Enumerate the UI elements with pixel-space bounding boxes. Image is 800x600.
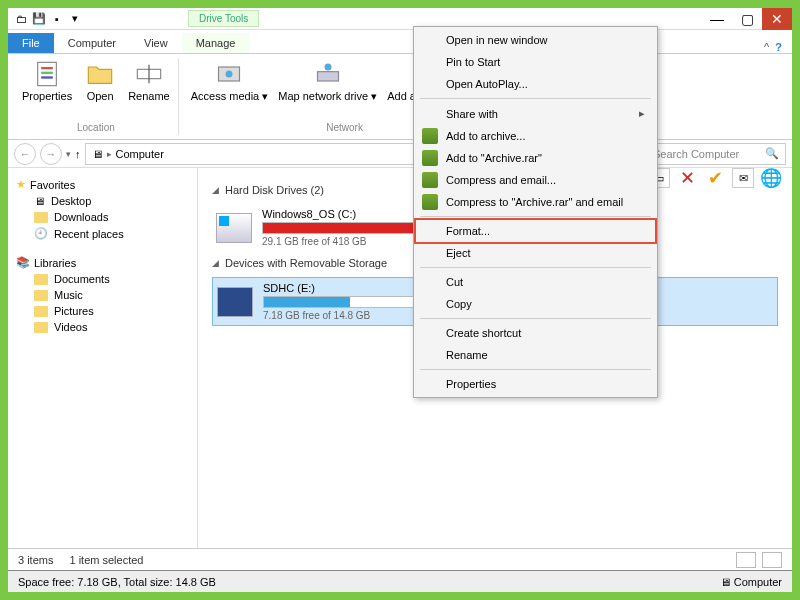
tool-globe-button[interactable]: 🌐 bbox=[760, 168, 782, 188]
drive-name: Windows8_OS (C:) bbox=[262, 208, 432, 220]
folder-icon bbox=[34, 212, 48, 223]
submenu-arrow-icon: ▸ bbox=[639, 107, 645, 120]
nav-up-button[interactable]: ↑ bbox=[75, 148, 81, 160]
properties-icon bbox=[33, 60, 61, 88]
sidebar-item-downloads[interactable]: Downloads bbox=[12, 209, 193, 225]
context-menu-item-label: Format... bbox=[446, 225, 490, 237]
context-menu-item-label: Copy bbox=[446, 298, 472, 310]
desktop-icon: 🖥 bbox=[34, 195, 45, 207]
qat-props-icon[interactable]: ▪ bbox=[50, 12, 64, 26]
tab-manage[interactable]: Manage bbox=[182, 33, 250, 53]
minimize-button[interactable]: — bbox=[702, 8, 732, 30]
navigation-pane: ★ Favorites 🖥Desktop Downloads 🕘Recent p… bbox=[8, 168, 198, 548]
context-menu-separator bbox=[420, 98, 651, 99]
context-menu-item-label: Rename bbox=[446, 349, 488, 361]
view-tiles-button[interactable] bbox=[762, 552, 782, 568]
sidebar-favorites-header[interactable]: ★ Favorites bbox=[12, 176, 193, 193]
svg-rect-3 bbox=[41, 76, 53, 78]
sidebar-item-documents[interactable]: Documents bbox=[12, 271, 193, 287]
address-path: Computer bbox=[116, 148, 164, 160]
context-menu-item-label: Open AutoPlay... bbox=[446, 78, 528, 90]
context-menu-item-label: Cut bbox=[446, 276, 463, 288]
context-menu-item[interactable]: Eject bbox=[416, 242, 655, 264]
open-button[interactable]: Open bbox=[78, 58, 122, 120]
sidebar-item-pictures[interactable]: Pictures bbox=[12, 303, 193, 319]
context-menu-item-label: Pin to Start bbox=[446, 56, 500, 68]
tool-delete-button[interactable]: ✕ bbox=[676, 168, 698, 188]
nav-forward-button[interactable]: → bbox=[40, 143, 62, 165]
capacity-bar bbox=[262, 222, 432, 234]
sidebar-item-music[interactable]: Music bbox=[12, 287, 193, 303]
tool-accept-button[interactable]: ✔ bbox=[704, 168, 726, 188]
close-button[interactable]: ✕ bbox=[762, 8, 792, 30]
qat-save-icon[interactable]: 💾 bbox=[32, 12, 46, 26]
context-menu-item[interactable]: Pin to Start bbox=[416, 51, 655, 73]
space-info: Space free: 7.18 GB, Total size: 14.8 GB bbox=[18, 576, 216, 588]
qat-dropdown-icon[interactable]: ▾ bbox=[68, 12, 82, 26]
item-count: 3 items bbox=[18, 554, 53, 566]
svg-rect-2 bbox=[41, 72, 53, 74]
tab-computer[interactable]: Computer bbox=[54, 33, 130, 53]
svg-point-7 bbox=[226, 71, 233, 78]
media-icon bbox=[215, 60, 243, 88]
collapse-icon: ◢ bbox=[212, 185, 219, 195]
tab-view[interactable]: View bbox=[130, 33, 182, 53]
folder-icon bbox=[34, 290, 48, 301]
libraries-icon: 📚 bbox=[16, 256, 30, 269]
context-menu-item-label: Compress and email... bbox=[446, 174, 556, 186]
sidebar-libraries-header[interactable]: 📚 Libraries bbox=[12, 254, 193, 271]
context-menu-item[interactable]: Properties bbox=[416, 373, 655, 395]
help-icon[interactable]: ? bbox=[775, 41, 782, 53]
maximize-button[interactable]: ▢ bbox=[732, 8, 762, 30]
context-menu: Open in new windowPin to StartOpen AutoP… bbox=[413, 26, 658, 398]
search-placeholder: Search Computer bbox=[653, 148, 739, 160]
context-menu-item-label: Open in new window bbox=[446, 34, 548, 46]
ribbon: Properties Open Rename Location Access m… bbox=[8, 54, 792, 140]
sidebar-item-desktop[interactable]: 🖥Desktop bbox=[12, 193, 193, 209]
details-bar: Space free: 7.18 GB, Total size: 14.8 GB… bbox=[8, 570, 792, 592]
sidebar-item-videos[interactable]: Videos bbox=[12, 319, 193, 335]
properties-button[interactable]: Properties bbox=[18, 58, 76, 120]
context-menu-item[interactable]: Rename bbox=[416, 344, 655, 366]
context-menu-item[interactable]: Create shortcut bbox=[416, 322, 655, 344]
map-drive-icon bbox=[314, 60, 342, 88]
address-bar: ← → ▾ ↑ 🖥 ▸ Computer Search Computer 🔍 bbox=[8, 140, 792, 168]
contextual-tab-label: Drive Tools bbox=[188, 10, 259, 27]
tool-mail-button[interactable]: ✉ bbox=[732, 168, 754, 188]
context-menu-item[interactable]: Share with▸ bbox=[416, 102, 655, 125]
computer-icon: 🖥 bbox=[92, 148, 103, 160]
context-menu-item[interactable]: Copy bbox=[416, 293, 655, 315]
sidebar-item-recent[interactable]: 🕘Recent places bbox=[12, 225, 193, 242]
context-menu-item[interactable]: Open in new window bbox=[416, 29, 655, 51]
nav-history-dropdown[interactable]: ▾ bbox=[66, 149, 71, 159]
context-menu-item[interactable]: Cut bbox=[416, 271, 655, 293]
context-menu-item[interactable]: Add to "Archive.rar" bbox=[416, 147, 655, 169]
context-menu-item-label: Add to "Archive.rar" bbox=[446, 152, 542, 164]
capacity-bar bbox=[263, 296, 433, 308]
folder-icon bbox=[34, 274, 48, 285]
ribbon-collapse-icon[interactable]: ^ bbox=[764, 41, 769, 53]
rename-button[interactable]: Rename bbox=[124, 58, 174, 120]
context-menu-separator bbox=[420, 318, 651, 319]
drive-free-text: 29.1 GB free of 418 GB bbox=[262, 236, 432, 247]
drive-free-text: 7.18 GB free of 14.8 GB bbox=[263, 310, 433, 321]
map-drive-button[interactable]: Map network drive ▾ bbox=[274, 58, 381, 120]
context-menu-item-label: Eject bbox=[446, 247, 470, 259]
tab-file[interactable]: File bbox=[8, 33, 54, 53]
folder-icon bbox=[34, 322, 48, 333]
selected-count: 1 item selected bbox=[69, 554, 143, 566]
view-details-button[interactable] bbox=[736, 552, 756, 568]
ribbon-group-location-label: Location bbox=[77, 120, 115, 135]
context-menu-item[interactable]: Compress and email... bbox=[416, 169, 655, 191]
nav-back-button[interactable]: ← bbox=[14, 143, 36, 165]
search-input[interactable]: Search Computer 🔍 bbox=[646, 143, 786, 165]
app-icon: 🗀 bbox=[14, 12, 28, 26]
context-menu-item[interactable]: Add to archive... bbox=[416, 125, 655, 147]
context-menu-item[interactable]: Compress to "Archive.rar" and email bbox=[416, 191, 655, 213]
access-media-button[interactable]: Access media ▾ bbox=[187, 58, 273, 120]
context-menu-separator bbox=[420, 216, 651, 217]
context-menu-separator bbox=[420, 369, 651, 370]
context-menu-item[interactable]: Format... bbox=[416, 220, 655, 242]
collapse-icon: ◢ bbox=[212, 258, 219, 268]
context-menu-item[interactable]: Open AutoPlay... bbox=[416, 73, 655, 95]
